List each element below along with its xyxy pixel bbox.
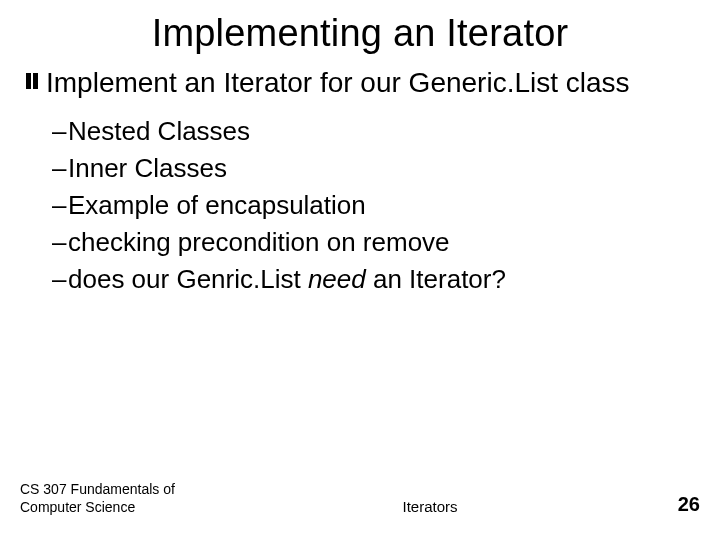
svg-rect-1 xyxy=(33,73,38,89)
svg-rect-0 xyxy=(26,73,31,89)
slide-footer: CS 307 Fundamentals of Computer Science … xyxy=(20,481,700,516)
main-bullet: Implement an Iterator for our Generic.Li… xyxy=(26,65,700,100)
sub-bullet: –Nested Classes xyxy=(52,114,700,149)
slide-title: Implementing an Iterator xyxy=(20,12,700,55)
sub-bullet-emph: need xyxy=(308,264,366,294)
sub-bullet-text: Example of encapsulation xyxy=(68,190,366,220)
sub-bullet-prefix: does our Genric.List xyxy=(68,264,308,294)
slide-body: Implement an Iterator for our Generic.Li… xyxy=(20,65,700,297)
sub-bullet: –Example of encapsulation xyxy=(52,188,700,223)
sub-bullet-list: –Nested Classes –Inner Classes –Example … xyxy=(26,114,700,297)
sub-bullet: –does our Genric.List need an Iterator? xyxy=(52,262,700,297)
sub-bullet-text: Nested Classes xyxy=(68,116,250,146)
slide: Implementing an Iterator Implement an It… xyxy=(0,0,720,540)
main-bullet-text: Implement an Iterator for our Generic.Li… xyxy=(46,65,630,100)
sub-bullet-text: Inner Classes xyxy=(68,153,227,183)
footer-course: CS 307 Fundamentals of Computer Science xyxy=(20,481,200,516)
sub-bullet-text: checking precondition on remove xyxy=(68,227,450,257)
footer-topic: Iterators xyxy=(200,498,660,516)
sub-bullet-suffix: an Iterator? xyxy=(366,264,506,294)
bullet-marker-icon xyxy=(26,71,40,91)
sub-bullet: –Inner Classes xyxy=(52,151,700,186)
sub-bullet: –checking precondition on remove xyxy=(52,225,700,260)
page-number: 26 xyxy=(660,493,700,516)
